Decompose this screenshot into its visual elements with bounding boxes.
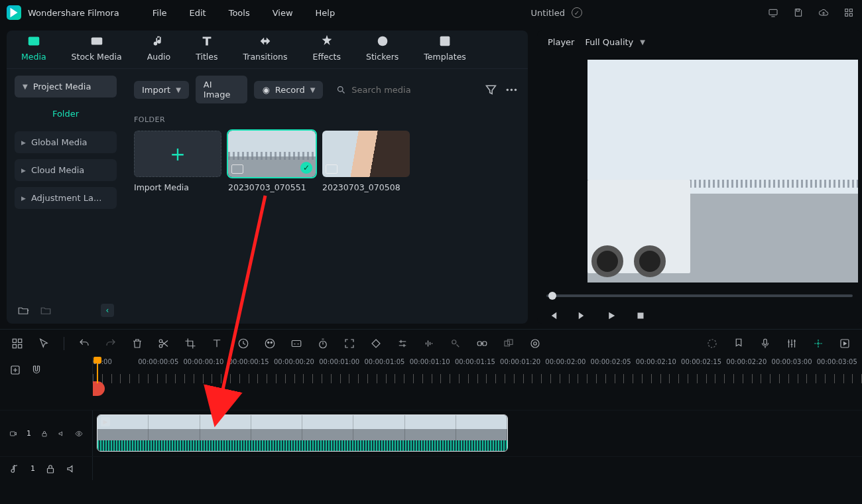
marker-add-icon[interactable] [706,337,719,350]
audio-mixer-icon[interactable] [785,337,798,350]
audio-levels-icon[interactable] [422,337,436,350]
redo-icon[interactable] [104,337,117,350]
undo-icon[interactable] [78,337,91,350]
more-icon[interactable] [505,82,519,97]
sidebar-item-global-media[interactable]: ▶ Global Media [15,131,117,153]
filter-icon[interactable] [484,82,498,97]
media-clip-1[interactable]: ✓ 20230703_070551 [228,131,316,192]
media-content: Import ▼ AI Image ◉ Record ▼ [125,69,528,324]
stickers-icon [375,34,390,48]
media-clip-1-thumb[interactable]: ✓ [228,131,316,177]
timer-icon[interactable] [316,337,330,350]
tab-titles[interactable]: Titles [192,31,221,68]
sidebar-item-cloud-media[interactable]: ▶ Cloud Media [15,159,117,181]
search-media[interactable] [330,81,477,99]
svg-point-34 [534,342,537,345]
screen-record-icon[interactable] [767,6,780,19]
magnet-icon[interactable] [31,364,42,376]
mute-track-icon[interactable] [58,428,66,440]
play-button[interactable] [605,309,618,322]
menu-help[interactable]: Help [316,8,336,18]
voiceover-icon[interactable] [759,337,772,350]
next-frame-button[interactable] [576,309,589,322]
project-media-label: Project Media [33,82,92,92]
timeline-clip[interactable]: ▶ [97,414,508,452]
import-button[interactable]: Import ▼ [134,81,189,99]
tab-transitions[interactable]: Transitions [239,31,292,68]
caption-icon[interactable] [290,337,303,350]
split-icon[interactable] [157,337,170,350]
audio-track-lane[interactable] [93,457,862,480]
fit-icon[interactable] [343,337,356,350]
filmora-logo-icon [7,5,21,20]
keyframe-icon[interactable] [369,337,383,350]
speed-icon[interactable] [237,337,250,350]
cursor-tool-icon[interactable] [37,337,50,350]
motion-icon[interactable] [449,337,462,350]
folder-link[interactable]: Folder [15,103,117,125]
prev-frame-button[interactable] [546,309,560,322]
render-preview-icon[interactable] [838,337,851,350]
project-sidebar: ▼ Project Media Folder ▶ Global Media ▶ … [7,69,125,324]
audio-track-row: 1 [0,456,862,480]
mute-track-icon[interactable] [66,463,78,475]
search-input[interactable] [351,85,471,95]
stop-button[interactable] [634,309,647,322]
folder-icon[interactable] [40,304,52,316]
audio-track-index: 1 [31,464,35,473]
tab-templates[interactable]: Templates [420,31,470,68]
new-folder-icon[interactable] [17,304,29,316]
menu-tools[interactable]: Tools [229,8,250,18]
media-clip-2[interactable]: 20230703_070508 [322,131,410,192]
adjust-icon[interactable] [396,337,409,350]
menu-view[interactable]: View [273,8,293,18]
menu-file[interactable]: File [153,8,167,18]
apps-grid-icon[interactable] [842,6,855,19]
tab-media[interactable]: Media [17,31,50,68]
import-media-card[interactable]: + Import Media [134,131,221,192]
tab-audio-label: Audio [147,52,171,62]
media-clip-2-thumb[interactable] [322,131,410,177]
tab-stickers[interactable]: Stickers [362,31,402,68]
record-button[interactable]: ◉ Record ▼ [254,81,323,99]
link-icon[interactable] [475,337,489,350]
playhead[interactable] [97,357,98,383]
chevron-down-icon: ▼ [23,83,28,90]
add-track-icon[interactable] [9,364,21,376]
preview-quality-dropdown[interactable]: Full Quality ▼ [585,37,645,47]
auto-reframe-icon[interactable] [812,337,825,350]
import-media-thumb[interactable]: + [134,131,221,177]
ai-image-label: AI Image [204,80,240,99]
sidebar-item-adjustment-layers[interactable]: ▶ Adjustment La... [15,187,117,209]
color-icon[interactable] [263,337,277,350]
svg-rect-6 [29,37,40,46]
crop-icon[interactable] [184,337,197,350]
layout-icon[interactable] [11,337,24,350]
progress-knob[interactable] [548,292,556,300]
marker-icon[interactable] [732,337,745,350]
svg-point-28 [452,340,456,344]
save-icon[interactable] [792,6,805,19]
tab-audio[interactable]: Audio [143,31,175,68]
collapse-sidebar-button[interactable]: ‹ [101,304,114,317]
video-track-lane[interactable]: ▶ [93,410,862,456]
upload-cloud-icon[interactable] [817,6,830,19]
project-media-button[interactable]: ▼ Project Media [15,76,117,97]
visibility-icon[interactable] [75,428,83,440]
delete-icon[interactable] [131,337,144,350]
group-icon[interactable] [502,337,515,350]
chevron-down-icon: ▼ [640,38,645,46]
svg-point-9 [377,36,387,46]
text-tool-icon[interactable] [210,337,223,350]
ai-image-button[interactable]: AI Image [196,76,248,103]
lock-track-icon[interactable] [40,428,48,440]
menu-edit[interactable]: Edit [190,8,206,18]
tab-stock-media[interactable]: Stock Media [68,31,126,68]
timeline-toolbar [0,329,862,357]
tab-effects[interactable]: Effects [308,31,345,68]
timeline-ruler[interactable]: 00:0000:00:00:0500:00:00:1000:00:00:1500… [93,357,862,383]
ai-tool-icon[interactable] [528,337,542,350]
preview-progress[interactable] [546,294,853,297]
svg-rect-40 [42,433,46,436]
lock-track-icon[interactable] [44,463,56,475]
